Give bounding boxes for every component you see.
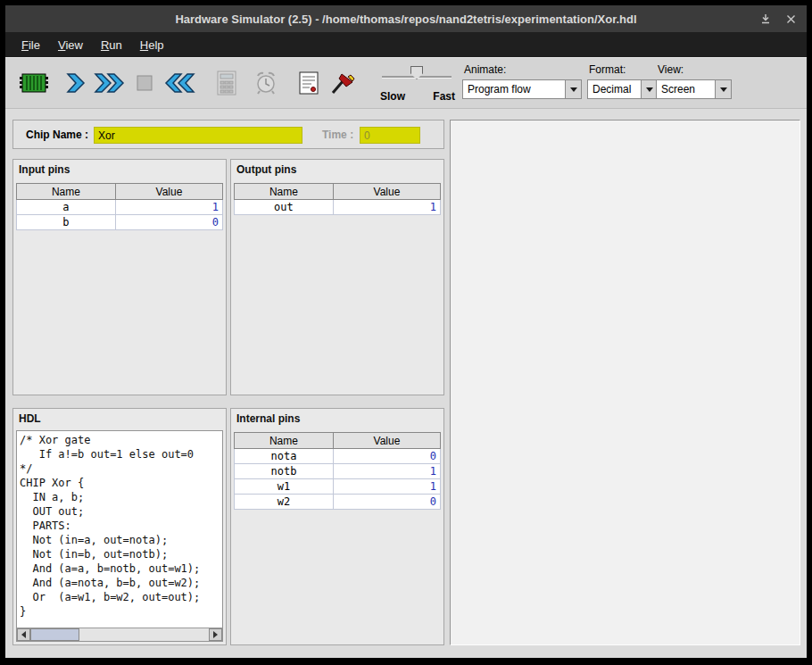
code-line: }	[20, 604, 220, 619]
pin-value[interactable]: 0	[115, 215, 222, 230]
reset-button[interactable]	[162, 65, 198, 101]
animate-selected-value: Program flow	[463, 80, 565, 98]
input-pins-title: Input pins	[13, 160, 226, 179]
arrow-right-icon	[213, 631, 218, 638]
chevron-down-icon	[641, 80, 657, 98]
menu-file[interactable]: File	[12, 34, 49, 56]
screen-view-panel	[450, 120, 800, 645]
calculator-button	[209, 65, 244, 101]
internal-pins-panel: Internal pins Name Value nota 0 notb 1 w…	[230, 408, 444, 645]
code-line: Not (in=b, out=notb);	[20, 547, 220, 561]
titlebar[interactable]: Hardware Simulator (2.5) - /home/thomas/…	[5, 5, 807, 32]
slow-label: Slow	[380, 90, 405, 103]
pin-value[interactable]: 1	[115, 200, 222, 215]
code-line: Not (in=a, out=nota);	[20, 533, 220, 547]
speed-slider-group: Slow Fast	[378, 63, 455, 104]
hdl-title: HDL	[13, 409, 226, 428]
code-line: */	[20, 461, 220, 476]
format-select[interactable]: Decimal	[587, 79, 658, 99]
menubar: File View Run Help	[5, 32, 807, 57]
column-header-value: Value	[333, 184, 440, 200]
hdl-code-area: /* Xor gate If a!=b out=1 else out=0 */ …	[16, 430, 223, 642]
program-icon	[297, 71, 320, 96]
pin-value: 0	[333, 449, 440, 464]
scroll-left-button[interactable]	[17, 628, 30, 641]
single-step-button[interactable]	[57, 65, 93, 101]
animate-select[interactable]: Program flow	[462, 79, 582, 99]
clock-button	[248, 65, 284, 101]
window-title: Hardware Simulator (2.5) - /home/thomas/…	[175, 12, 636, 26]
load-chip-button[interactable]	[16, 65, 52, 101]
pin-name: out	[235, 200, 334, 215]
column-header-name: Name	[17, 184, 116, 200]
table-row: nota 0	[235, 449, 441, 464]
internal-pins-title: Internal pins	[231, 409, 443, 428]
iconify-button[interactable]	[753, 5, 778, 32]
menu-view[interactable]: View	[49, 34, 92, 56]
format-selected-value: Decimal	[588, 80, 641, 98]
chevron-down-icon	[565, 80, 581, 98]
scrollbar-track[interactable]	[30, 628, 209, 641]
close-button[interactable]	[778, 5, 803, 32]
code-line: /* Xor gate	[20, 433, 220, 447]
input-pins-panel: Input pins Name Value a 1 b 0	[12, 159, 227, 395]
menu-help[interactable]: Help	[131, 34, 173, 56]
arrow-left-icon	[21, 631, 26, 638]
table-row: w2 0	[235, 495, 441, 510]
fast-label: Fast	[433, 90, 455, 103]
pin-value: 1	[333, 464, 440, 479]
view-select[interactable]: Screen	[656, 79, 732, 99]
chip-name-input[interactable]	[94, 127, 302, 144]
table-row: notb 1	[235, 464, 441, 479]
view-label: View:	[658, 63, 684, 76]
animate-label: Animate:	[464, 63, 506, 76]
chip-header-bar: Chip Name : Time :	[12, 120, 444, 149]
chevron-down-icon	[715, 80, 731, 98]
stop-button	[127, 65, 162, 101]
pin-name: w1	[235, 479, 334, 495]
pin-value: 1	[333, 479, 440, 495]
input-pins-table: Name Value a 1 b 0	[16, 183, 223, 230]
table-row: w1 1	[235, 479, 441, 495]
code-line: Or (a=w1, b=w2, out=out);	[20, 590, 220, 604]
pin-value: 0	[333, 495, 440, 510]
code-line: PARTS:	[20, 519, 220, 533]
pin-name: w2	[235, 495, 334, 510]
single-step-icon	[63, 71, 87, 95]
code-line: IN a, b;	[20, 490, 220, 504]
paint-icon	[328, 71, 357, 96]
chip-name-label: Chip Name :	[26, 129, 88, 141]
code-line: OUT out;	[20, 504, 220, 519]
scrollbar-thumb[interactable]	[30, 628, 79, 641]
code-line: If a!=b out=1 else out=0	[20, 447, 220, 461]
internal-pins-table: Name Value nota 0 notb 1 w1 1 w2	[234, 432, 441, 510]
table-row: b 0	[17, 215, 223, 230]
code-line: CHIP Xor {	[20, 476, 220, 490]
pin-name: a	[17, 200, 116, 215]
iconify-icon	[760, 13, 771, 24]
format-label: Format:	[589, 63, 626, 76]
code-line: And (a=a, b=notb, out=w1);	[20, 561, 220, 576]
hdl-horizontal-scrollbar[interactable]	[17, 628, 222, 641]
scroll-right-button[interactable]	[209, 628, 222, 641]
paint-button[interactable]	[325, 65, 360, 101]
column-header-value: Value	[333, 433, 440, 449]
table-row: out 1	[235, 200, 441, 215]
view-program-button[interactable]	[291, 65, 327, 101]
chip-icon	[19, 71, 49, 95]
hdl-code: /* Xor gate If a!=b out=1 else out=0 */ …	[17, 431, 222, 628]
application-window: Hardware Simulator (2.5) - /home/thomas/…	[5, 5, 807, 658]
pin-value: 1	[333, 200, 440, 215]
view-selected-value: Screen	[657, 80, 715, 98]
column-header-value: Value	[115, 184, 222, 200]
calculator-icon	[215, 70, 238, 96]
table-row: a 1	[17, 200, 223, 215]
rewind-icon	[164, 71, 196, 95]
output-pins-title: Output pins	[231, 160, 443, 179]
stop-icon	[136, 74, 153, 92]
menu-run[interactable]: Run	[92, 34, 131, 56]
pin-name: nota	[235, 449, 334, 464]
toolbar: Slow Fast Animate: Program flow Format: …	[5, 57, 807, 109]
code-line: And (a=nota, b=b, out=w2);	[20, 576, 220, 590]
run-button[interactable]	[91, 65, 127, 101]
